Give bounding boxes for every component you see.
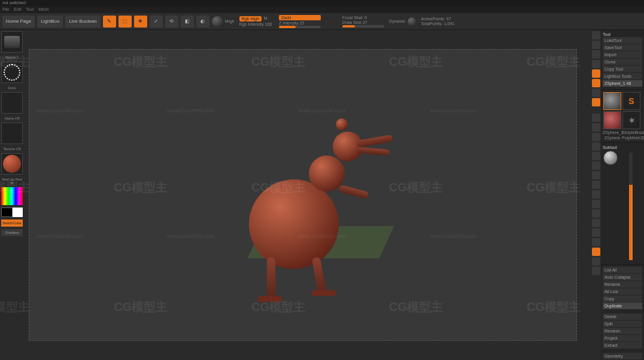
copy-button[interactable]: Copy [603, 295, 642, 302]
import-button[interactable]: Import [603, 51, 642, 58]
mrgb-label[interactable]: Mrgb [225, 19, 235, 23]
brush-thumb[interactable] [1, 31, 23, 53]
pf-icon[interactable] [592, 228, 600, 237]
split-button[interactable]: Split [603, 321, 642, 327]
solo-icon[interactable] [592, 219, 600, 227]
switchcolor-button[interactable]: SwitchColor [1, 219, 23, 227]
tool-thumb-polymesh[interactable]: ✶ [622, 111, 640, 129]
left-panel: Sketch 1 Dots Alpha Off Texture Off MatC… [0, 30, 24, 360]
alpha-thumb[interactable] [1, 92, 23, 114]
activepoints-label: ActivePoints: 97 [421, 17, 454, 21]
copytool-button[interactable]: Copy Tool [603, 66, 642, 72]
alllow-button[interactable]: All Low [603, 288, 642, 295]
rgb-tag[interactable]: Rgb High [239, 16, 262, 22]
brush-icon[interactable]: ◐ [196, 16, 209, 28]
scroll-button[interactable] [592, 79, 600, 87]
move-icon[interactable]: ✥ [134, 16, 147, 28]
matcap-label: MatCap Red W [1, 178, 23, 185]
bw-swatch[interactable] [1, 208, 23, 217]
move-icon[interactable] [592, 161, 600, 170]
persp-icon[interactable] [592, 114, 600, 122]
lightbox-button[interactable]: LightBox [37, 16, 63, 28]
drawsize-label: Draw Size 27 [342, 20, 384, 25]
zsphere-model[interactable] [207, 102, 399, 281]
ghost-icon[interactable] [592, 209, 600, 218]
zadd-tag[interactable]: Zadd [279, 15, 321, 20]
focal-label: Focal Shal: 0 [342, 16, 384, 20]
spix-button[interactable] [592, 31, 600, 39]
right-icon-strip [591, 30, 601, 360]
local-icon[interactable] [592, 133, 600, 141]
autocollapse-button[interactable]: Auto Collapse [603, 274, 642, 280]
dynamic-label[interactable]: Dynamic [389, 19, 405, 23]
loadtool-button[interactable]: LoadTool [603, 37, 642, 44]
stroke-thumb[interactable] [1, 62, 23, 83]
gradient-button[interactable]: Gradient [1, 229, 23, 236]
sculpt-icon[interactable]: ◧ [181, 16, 194, 28]
zsphere-current[interactable]: ZSphere_1 48 [603, 80, 642, 87]
edit-mode-icon[interactable] [592, 248, 600, 256]
material-sphere-icon[interactable] [212, 16, 223, 27]
color-picker[interactable] [1, 187, 23, 205]
menu-item[interactable]: Tool [26, 6, 34, 13]
remesh-button[interactable]: Remesh [603, 328, 642, 334]
frame-icon[interactable] [592, 152, 600, 160]
lazy-icon[interactable] [408, 17, 416, 26]
lasso-icon[interactable] [592, 200, 600, 208]
duplicate-button[interactable]: Duplicate [603, 303, 642, 309]
edit-icon[interactable]: ✎ [103, 16, 116, 28]
tool-thumb-brush[interactable]: S [622, 92, 640, 110]
alpha-label: Alpha Off [5, 117, 20, 120]
zintensity-slider[interactable] [279, 26, 321, 28]
rotate-icon[interactable]: ⟲ [165, 16, 178, 28]
title-bar: not switched [0, 0, 644, 6]
extract-button[interactable]: Extract [603, 342, 642, 349]
draw-icon[interactable]: ⬚ [119, 16, 132, 28]
menu-bar: File Edit Tool Mesh [0, 6, 644, 13]
top-toolbar: Home Page LightBox Live Boolean ✎ ⬚ ✥ ⤢ … [0, 13, 644, 30]
page-button[interactable] [592, 69, 600, 78]
material-thumb[interactable] [1, 153, 23, 175]
xyz-icon[interactable] [592, 142, 600, 151]
texture-thumb[interactable] [1, 123, 23, 144]
render-icon[interactable] [592, 257, 600, 266]
totalpoints-label: TotalPoints: 1,091 [421, 22, 454, 26]
menu-item[interactable]: File [2, 6, 9, 13]
rename-button[interactable]: Rename [603, 281, 642, 288]
project-button[interactable]: Project [603, 335, 642, 341]
scale-icon[interactable]: ⤢ [150, 16, 163, 28]
viewport[interactable] [24, 30, 591, 360]
live-boolean-button[interactable]: Live Boolean [65, 16, 100, 28]
subtool-slider[interactable] [629, 152, 633, 260]
tool-thumb-zsphere[interactable] [603, 92, 621, 110]
dots-label: Dots [8, 86, 16, 90]
grp-button[interactable] [592, 89, 600, 97]
drawsize-slider[interactable] [342, 25, 384, 28]
floor-icon[interactable] [592, 123, 600, 132]
menu-item[interactable]: Edit [14, 6, 21, 13]
subtool-header: Subtool [603, 145, 642, 150]
tool-thumb-sphere[interactable] [603, 111, 621, 129]
texture-label: Texture Off [3, 147, 20, 151]
listall-button[interactable]: List All [603, 267, 642, 273]
clone-button[interactable]: Clone [603, 59, 642, 65]
sym-icon[interactable] [592, 238, 600, 246]
sketch-label: Sketch 1 [5, 56, 19, 59]
grid-button[interactable] [592, 98, 600, 106]
delete-button[interactable]: Delete [603, 313, 642, 320]
home-button[interactable]: Home Page [2, 16, 35, 28]
actual-button[interactable] [592, 50, 600, 59]
aaa-button[interactable] [592, 60, 600, 68]
menu-item[interactable]: Mesh [38, 6, 48, 13]
tool-header: Tool [603, 32, 642, 37]
rgb-intensity-label: Rgb Intensity 100 [239, 22, 272, 26]
savetool-button[interactable]: SaveTool [603, 44, 642, 51]
lightbox-tools-button[interactable]: Lightbox Tools [603, 73, 642, 80]
scale-icon[interactable] [592, 171, 600, 179]
frame-button[interactable] [592, 41, 600, 49]
xpose-icon[interactable] [592, 190, 600, 199]
geometry-button[interactable]: Geometry [603, 353, 642, 359]
subtool-thumb[interactable] [603, 151, 618, 165]
bpr-icon[interactable] [592, 267, 600, 275]
rotate-icon[interactable] [592, 181, 600, 189]
